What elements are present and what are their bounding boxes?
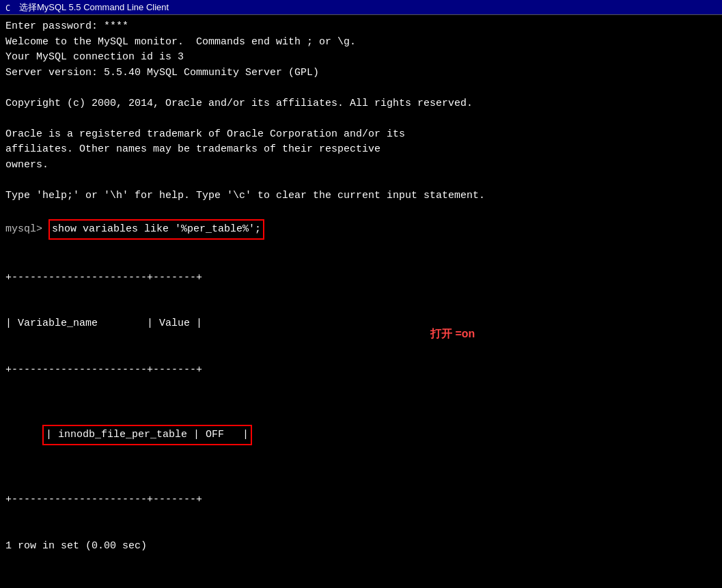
table1-div3: +----------------------+-------+ xyxy=(5,492,717,508)
password-line: Enter password: **** xyxy=(5,19,717,35)
title-bar: C 选择MySQL 5.5 Command Line Client xyxy=(0,0,722,15)
command1-line: mysql> show variables like '%per_table%'… xyxy=(5,219,717,240)
annotation-text: 打开 =on xyxy=(430,328,475,339)
table1-row: | innodb_file_per_table | OFF | xyxy=(5,408,717,462)
welcome-line: Welcome to the MySQL monitor. Commands e… xyxy=(5,35,717,51)
table1-header: | Variable_name | Value | xyxy=(5,316,717,332)
blank3 xyxy=(5,173,717,188)
prompt1: mysql> xyxy=(5,221,48,238)
help-line: Type 'help;' or '\h' for help. Type '\c'… xyxy=(5,188,717,204)
server-version-line: Server version: 5.5.40 MySQL Community S… xyxy=(5,66,717,81)
annotation-block: 打开 =on xyxy=(430,326,475,344)
oracle-line3: owners. xyxy=(5,158,717,173)
app-icon: C xyxy=(4,2,15,13)
blank1 xyxy=(5,81,717,96)
terminal-window: Enter password: **** Welcome to the MySQ… xyxy=(0,15,722,588)
blank5 xyxy=(5,585,717,588)
table1: +----------------------+-------+ | Varia… xyxy=(5,240,717,585)
copyright-line: Copyright (c) 2000, 2014, Oracle and/or … xyxy=(5,96,717,112)
connection-line: Your MySQL connection id is 3 xyxy=(5,50,717,66)
table1-row-highlight: | innodb_file_per_table | OFF | xyxy=(42,425,252,445)
window-title: 选择MySQL 5.5 Command Line Client xyxy=(19,1,169,14)
cmd1-text[interactable]: show variables like '%per_table%'; xyxy=(48,219,264,240)
oracle-line2: affiliates. Other names may be trademark… xyxy=(5,142,717,158)
svg-text:C: C xyxy=(5,3,10,13)
table1-div2: +----------------------+-------+ xyxy=(5,363,717,378)
table1-rowinfo: 1 row in set (0.00 sec) xyxy=(5,539,717,555)
blank2 xyxy=(5,111,717,127)
oracle-line1: Oracle is a registered trademark of Orac… xyxy=(5,127,717,143)
blank4 xyxy=(5,204,717,219)
table1-div1: +----------------------+-------+ xyxy=(5,270,717,286)
